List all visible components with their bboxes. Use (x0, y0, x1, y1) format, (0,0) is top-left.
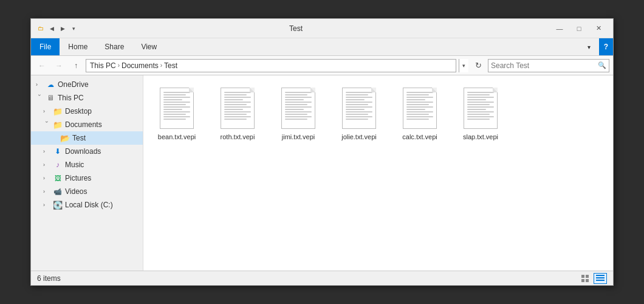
sidebar-label-local-disk: Local Disk (C:) (65, 201, 113, 209)
sidebar-item-desktop[interactable]: › 📁 Desktop (31, 105, 143, 118)
downloads-icon: ⬇ (53, 147, 63, 156)
list-item[interactable]: roth.txt.vepi (210, 81, 265, 145)
pc-icon: 🖥 (46, 93, 55, 103)
svg-rect-1 (586, 275, 589, 278)
file-name-slap: slap.txt.vepi (463, 133, 498, 141)
path-dropdown-button[interactable]: ▾ (459, 59, 468, 72)
sidebar-label-pictures: Pictures (65, 174, 91, 182)
sidebar-label-this-pc: This PC (58, 94, 84, 102)
path-this-pc[interactable]: This PC (90, 61, 116, 70)
back-button[interactable]: ← (35, 58, 49, 73)
file-area: bean.txt.vepi (143, 75, 613, 271)
file-corner-icon (371, 88, 376, 92)
sidebar-item-music[interactable]: › ♪ Music (31, 158, 143, 171)
title-bar: 🗀 ◀ ▶ ▾ Test — □ ✕ (31, 19, 613, 38)
tab-view[interactable]: View (132, 38, 165, 55)
path-test[interactable]: Test (164, 61, 177, 70)
file-name-roth: roth.txt.vepi (221, 133, 255, 141)
expand-icon: › (43, 202, 50, 208)
file-corner-icon (432, 88, 437, 92)
search-input[interactable] (491, 61, 598, 70)
file-icon-jolie (340, 85, 379, 130)
file-corner-icon (493, 88, 498, 92)
svg-rect-0 (581, 275, 584, 278)
tab-home[interactable]: Home (60, 38, 96, 55)
up-button[interactable]: ↑ (69, 58, 83, 73)
svg-rect-3 (586, 279, 589, 282)
sidebar: › ☁ OneDrive › 🖥 This PC › 📁 Desktop › 📁… (31, 75, 143, 271)
sidebar-item-onedrive[interactable]: › ☁ OneDrive (31, 78, 143, 91)
sidebar-item-local-disk[interactable]: › 💽 Local Disk (C:) (31, 198, 143, 212)
expand-icon: › (43, 175, 50, 181)
address-path[interactable]: This PC › Documents › Test (86, 59, 456, 72)
expand-icon: › (44, 121, 50, 128)
sidebar-label-desktop: Desktop (65, 107, 92, 116)
main-content: › ☁ OneDrive › 🖥 This PC › 📁 Desktop › 📁… (31, 75, 613, 271)
path-documents[interactable]: Documents (122, 61, 159, 70)
documents-folder-icon: 📁 (53, 120, 63, 130)
close-button[interactable]: ✕ (589, 20, 608, 37)
sidebar-item-downloads[interactable]: › ⬇ Downloads (31, 145, 143, 158)
item-count: 6 items (37, 274, 579, 283)
svg-rect-6 (596, 280, 605, 281)
help-button[interactable]: ? (599, 38, 613, 55)
file-corner-icon (250, 88, 255, 92)
expand-icon: › (36, 81, 43, 88)
expand-icon: › (43, 188, 50, 195)
minimize-button[interactable]: — (550, 20, 569, 37)
list-item[interactable]: slap.txt.vepi (453, 81, 508, 145)
desktop-folder-icon: 📁 (53, 106, 63, 116)
expand-icon: › (43, 148, 50, 154)
file-icon-bean (157, 85, 196, 130)
expand-icon: › (43, 162, 50, 168)
expand-ribbon-button[interactable]: ▾ (579, 38, 599, 55)
tab-file[interactable]: File (31, 38, 60, 55)
music-icon: ♪ (53, 160, 63, 170)
sidebar-label-documents: Documents (65, 120, 102, 129)
maximize-button[interactable]: □ (569, 20, 589, 37)
address-bar: ← → ↑ This PC › Documents › Test ▾ ↻ 🔍 (31, 56, 613, 75)
view-buttons (579, 273, 607, 284)
ribbon-tabs: File Home Share View ▾ ? (31, 38, 613, 55)
file-icon-roth (218, 85, 257, 130)
sidebar-label-videos: Videos (65, 187, 87, 196)
file-name-calc: calc.txt.vepi (402, 133, 437, 141)
sidebar-item-videos[interactable]: › 📹 Videos (31, 185, 143, 198)
tab-share[interactable]: Share (96, 38, 132, 55)
videos-icon: 📹 (53, 187, 63, 196)
refresh-button[interactable]: ↻ (471, 58, 485, 73)
svg-rect-5 (596, 277, 605, 278)
test-folder-icon: 📂 (60, 133, 70, 143)
sidebar-label-test: Test (72, 134, 86, 142)
path-part-container: This PC › Documents › Test (90, 61, 177, 70)
svg-rect-2 (581, 279, 584, 282)
list-item[interactable]: jimi.txt.vepi (271, 81, 326, 145)
file-name-jolie: jolie.txt.vepi (341, 133, 376, 141)
window-controls: — □ ✕ (550, 20, 608, 37)
search-box: 🔍 (488, 59, 609, 72)
list-item[interactable]: bean.txt.vepi (149, 81, 204, 145)
window-title: Test (42, 24, 550, 33)
expand-icon: › (43, 108, 50, 114)
drive-icon: 💽 (53, 200, 63, 210)
search-icon[interactable]: 🔍 (598, 61, 606, 69)
file-corner-icon (189, 88, 194, 92)
pictures-icon: 🖼 (53, 173, 63, 183)
ribbon: File Home Share View ▾ ? (31, 38, 613, 56)
sidebar-label-onedrive: OneDrive (58, 80, 89, 89)
sidebar-item-this-pc[interactable]: › 🖥 This PC (31, 91, 143, 105)
file-name-bean: bean.txt.vepi (158, 133, 196, 141)
sidebar-label-music: Music (65, 161, 84, 169)
sidebar-item-test[interactable]: 📂 Test (31, 131, 143, 145)
large-icons-view-button[interactable] (579, 273, 592, 284)
sidebar-item-pictures[interactable]: › 🖼 Pictures (31, 171, 143, 185)
sidebar-item-documents[interactable]: › 📁 Documents (31, 118, 143, 131)
forward-button[interactable]: → (52, 58, 66, 73)
list-view-button[interactable] (594, 273, 607, 284)
explorer-window: 🗀 ◀ ▶ ▾ Test — □ ✕ File Home Share View … (30, 18, 614, 286)
file-name-jimi: jimi.txt.vepi (282, 133, 315, 141)
svg-rect-4 (596, 275, 605, 276)
list-item[interactable]: jolie.txt.vepi (332, 81, 386, 145)
file-icon-jimi (279, 85, 318, 130)
list-item[interactable]: calc.txt.vepi (392, 81, 447, 145)
